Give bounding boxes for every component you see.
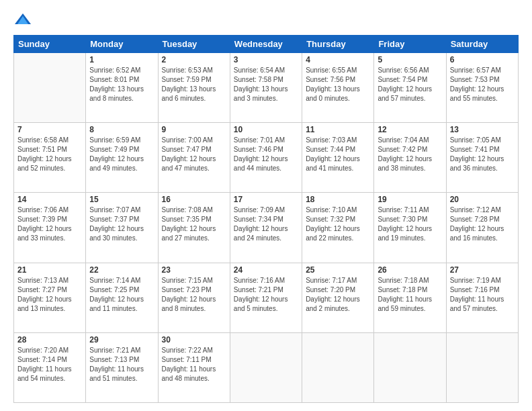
calendar-day-8: 8Sunrise: 6:59 AMSunset: 7:49 PMDaylight… [86, 123, 158, 193]
day-info: Sunrise: 7:00 AMSunset: 7:47 PMDaylight:… [162, 136, 226, 173]
calendar-table: SundayMondayTuesdayWednesdayThursdayFrid… [13, 35, 519, 403]
col-header-friday: Friday [374, 36, 446, 53]
day-number: 2 [162, 55, 226, 64]
page: SundayMondayTuesdayWednesdayThursdayFrid… [0, 0, 532, 411]
day-info: Sunrise: 6:54 AMSunset: 7:58 PMDaylight:… [234, 66, 298, 103]
day-info: Sunrise: 6:59 AMSunset: 7:49 PMDaylight:… [89, 136, 154, 173]
calendar-header-row: SundayMondayTuesdayWednesdayThursdayFrid… [14, 36, 519, 53]
day-number: 29 [89, 335, 154, 345]
day-number: 25 [306, 265, 370, 275]
calendar-day-23: 23Sunrise: 7:15 AMSunset: 7:23 PMDayligh… [158, 263, 230, 332]
day-info: Sunrise: 6:55 AMSunset: 7:56 PMDaylight:… [306, 66, 370, 103]
calendar-day-20: 20Sunrise: 7:12 AMSunset: 7:28 PMDayligh… [446, 193, 518, 263]
day-number: 21 [17, 265, 82, 275]
calendar-day-24: 24Sunrise: 7:16 AMSunset: 7:21 PMDayligh… [230, 263, 302, 332]
day-number: 9 [162, 125, 226, 134]
day-number: 8 [89, 125, 154, 134]
calendar-week-2: 14Sunrise: 7:06 AMSunset: 7:39 PMDayligh… [14, 193, 519, 263]
day-number: 1 [89, 55, 154, 64]
day-number: 13 [450, 125, 515, 134]
calendar-week-1: 7Sunrise: 6:58 AMSunset: 7:51 PMDaylight… [14, 123, 519, 193]
day-number: 24 [234, 265, 298, 275]
day-number: 5 [378, 55, 442, 64]
calendar-day-7: 7Sunrise: 6:58 AMSunset: 7:51 PMDaylight… [14, 123, 86, 193]
calendar-day-9: 9Sunrise: 7:00 AMSunset: 7:47 PMDaylight… [158, 123, 230, 193]
calendar-day-6: 6Sunrise: 6:57 AMSunset: 7:53 PMDaylight… [446, 53, 518, 123]
day-info: Sunrise: 7:05 AMSunset: 7:41 PMDaylight:… [450, 136, 515, 173]
day-number: 15 [89, 195, 154, 204]
day-number: 7 [17, 125, 82, 134]
day-info: Sunrise: 7:04 AMSunset: 7:42 PMDaylight:… [378, 136, 442, 173]
calendar-day-14: 14Sunrise: 7:06 AMSunset: 7:39 PMDayligh… [14, 193, 86, 263]
calendar-day-16: 16Sunrise: 7:08 AMSunset: 7:35 PMDayligh… [158, 193, 230, 263]
day-info: Sunrise: 6:52 AMSunset: 8:01 PMDaylight:… [89, 66, 154, 103]
calendar-day-28: 28Sunrise: 7:20 AMSunset: 7:14 PMDayligh… [14, 332, 86, 402]
day-number: 30 [162, 335, 226, 345]
day-number: 6 [450, 55, 515, 64]
day-info: Sunrise: 7:18 AMSunset: 7:18 PMDaylight:… [378, 276, 442, 314]
day-number: 17 [234, 195, 298, 204]
day-number: 19 [378, 195, 442, 204]
col-header-monday: Monday [86, 36, 158, 53]
calendar-day-29: 29Sunrise: 7:21 AMSunset: 7:13 PMDayligh… [86, 332, 158, 402]
logo-icon [13, 11, 32, 30]
col-header-wednesday: Wednesday [230, 36, 302, 53]
day-number: 3 [234, 55, 298, 64]
calendar-day-25: 25Sunrise: 7:17 AMSunset: 7:20 PMDayligh… [302, 263, 374, 332]
day-number: 14 [17, 195, 82, 204]
calendar-day-empty [446, 332, 518, 402]
day-info: Sunrise: 7:06 AMSunset: 7:39 PMDaylight:… [17, 205, 82, 243]
day-number: 23 [162, 265, 226, 275]
calendar-day-27: 27Sunrise: 7:19 AMSunset: 7:16 PMDayligh… [446, 263, 518, 332]
day-number: 16 [162, 195, 226, 204]
day-number: 10 [234, 125, 298, 134]
calendar-day-2: 2Sunrise: 6:53 AMSunset: 7:59 PMDaylight… [158, 53, 230, 123]
day-info: Sunrise: 6:56 AMSunset: 7:54 PMDaylight:… [378, 66, 442, 103]
day-info: Sunrise: 6:58 AMSunset: 7:51 PMDaylight:… [17, 136, 82, 173]
day-info: Sunrise: 7:15 AMSunset: 7:23 PMDaylight:… [162, 276, 226, 314]
day-number: 26 [378, 265, 442, 275]
day-number: 18 [306, 195, 370, 204]
day-info: Sunrise: 7:07 AMSunset: 7:37 PMDaylight:… [89, 205, 154, 243]
calendar-day-5: 5Sunrise: 6:56 AMSunset: 7:54 PMDaylight… [374, 53, 446, 123]
day-info: Sunrise: 7:08 AMSunset: 7:35 PMDaylight:… [162, 205, 226, 243]
day-info: Sunrise: 7:13 AMSunset: 7:27 PMDaylight:… [17, 276, 82, 314]
calendar-day-3: 3Sunrise: 6:54 AMSunset: 7:58 PMDaylight… [230, 53, 302, 123]
calendar-day-empty [230, 332, 302, 402]
day-number: 20 [450, 195, 515, 204]
day-info: Sunrise: 7:12 AMSunset: 7:28 PMDaylight:… [450, 205, 515, 243]
calendar-day-15: 15Sunrise: 7:07 AMSunset: 7:37 PMDayligh… [86, 193, 158, 263]
day-info: Sunrise: 7:14 AMSunset: 7:25 PMDaylight:… [89, 276, 154, 314]
day-info: Sunrise: 7:20 AMSunset: 7:14 PMDaylight:… [17, 346, 82, 383]
day-info: Sunrise: 6:57 AMSunset: 7:53 PMDaylight:… [450, 66, 515, 103]
calendar-day-4: 4Sunrise: 6:55 AMSunset: 7:56 PMDaylight… [302, 53, 374, 123]
calendar-week-0: 1Sunrise: 6:52 AMSunset: 8:01 PMDaylight… [14, 53, 519, 123]
day-info: Sunrise: 7:19 AMSunset: 7:16 PMDaylight:… [450, 276, 515, 314]
col-header-thursday: Thursday [302, 36, 374, 53]
day-number: 22 [89, 265, 154, 275]
col-header-saturday: Saturday [446, 36, 518, 53]
calendar-day-30: 30Sunrise: 7:22 AMSunset: 7:11 PMDayligh… [158, 332, 230, 402]
calendar-day-1: 1Sunrise: 6:52 AMSunset: 8:01 PMDaylight… [86, 53, 158, 123]
calendar-day-19: 19Sunrise: 7:11 AMSunset: 7:30 PMDayligh… [374, 193, 446, 263]
calendar-day-13: 13Sunrise: 7:05 AMSunset: 7:41 PMDayligh… [446, 123, 518, 193]
day-info: Sunrise: 7:09 AMSunset: 7:34 PMDaylight:… [234, 205, 298, 243]
day-info: Sunrise: 6:53 AMSunset: 7:59 PMDaylight:… [162, 66, 226, 103]
calendar-day-12: 12Sunrise: 7:04 AMSunset: 7:42 PMDayligh… [374, 123, 446, 193]
calendar-day-17: 17Sunrise: 7:09 AMSunset: 7:34 PMDayligh… [230, 193, 302, 263]
calendar-week-4: 28Sunrise: 7:20 AMSunset: 7:14 PMDayligh… [14, 332, 519, 402]
calendar-day-18: 18Sunrise: 7:10 AMSunset: 7:32 PMDayligh… [302, 193, 374, 263]
day-info: Sunrise: 7:01 AMSunset: 7:46 PMDaylight:… [234, 136, 298, 173]
day-info: Sunrise: 7:16 AMSunset: 7:21 PMDaylight:… [234, 276, 298, 314]
col-header-tuesday: Tuesday [158, 36, 230, 53]
header [13, 11, 519, 30]
day-number: 28 [17, 335, 82, 345]
day-number: 12 [378, 125, 442, 134]
calendar-week-3: 21Sunrise: 7:13 AMSunset: 7:27 PMDayligh… [14, 263, 519, 332]
calendar-day-10: 10Sunrise: 7:01 AMSunset: 7:46 PMDayligh… [230, 123, 302, 193]
day-number: 11 [306, 125, 370, 134]
day-number: 27 [450, 265, 515, 275]
col-header-sunday: Sunday [14, 36, 86, 53]
calendar-day-11: 11Sunrise: 7:03 AMSunset: 7:44 PMDayligh… [302, 123, 374, 193]
calendar-day-empty [14, 53, 86, 123]
